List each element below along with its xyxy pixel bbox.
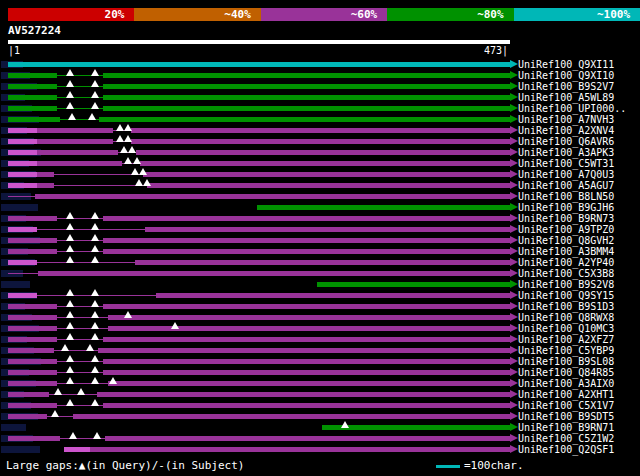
alignment-row[interactable]: UniRef100_A7Q0U3 [0,169,640,180]
alignment-bar-segment[interactable] [103,337,510,342]
alignment-bar-segment[interactable] [8,260,37,265]
hit-label[interactable]: UniRef100_A7NVH3 [518,114,614,125]
hit-label[interactable]: UniRef100_A5AGU7 [518,180,614,191]
alignment-bar-segment[interactable] [103,403,510,408]
alignment-bar-segment[interactable] [103,84,510,89]
hit-label[interactable]: UniRef100_A2YP40 [518,257,614,268]
alignment-row[interactable]: UniRef100_B9SDT5 [0,411,640,422]
alignment-bar-segment[interactable] [8,304,57,309]
alignment-row[interactable]: UniRef100_A7NVH3 [0,114,640,125]
alignment-bar-segment[interactable] [317,282,510,287]
hit-label[interactable]: UniRef100_C5YBP9 [518,345,614,356]
hit-label[interactable]: UniRef100_Q84R85 [518,367,614,378]
hit-label[interactable]: UniRef100_C5X3B8 [518,268,614,279]
alignment-bar-segment[interactable] [8,117,60,122]
hit-label[interactable]: UniRef100_B8LN50 [518,191,614,202]
alignment-row[interactable]: UniRef100_A2XFZ7 [0,334,640,345]
hit-label[interactable]: UniRef100_A9TPZ0 [518,224,614,235]
alignment-bar-segment[interactable] [57,317,108,318]
hit-label[interactable]: UniRef100_Q10MC3 [518,323,614,334]
alignment-bar-segment[interactable] [8,238,57,243]
hit-label[interactable]: UniRef100_B9SDT5 [518,411,614,422]
alignment-bar-segment[interactable] [103,73,510,78]
hit-label[interactable]: UniRef100_B9S2V8 [518,279,614,290]
alignment-bar-segment[interactable] [103,359,510,364]
alignment-bar-segment[interactable] [8,216,57,221]
alignment-bar-segment[interactable] [147,183,510,188]
hit-label[interactable]: UniRef100_Q8RWX8 [518,312,614,323]
alignment-row[interactable]: UniRef100_C5X1V7 [0,400,640,411]
alignment-bar-segment[interactable] [38,271,510,276]
alignment-bar-segment[interactable] [145,227,510,232]
alignment-bar-segment[interactable] [108,315,510,320]
alignment-row[interactable]: UniRef100_A5AGU7 [0,180,640,191]
alignment-bar-segment[interactable] [8,196,35,197]
alignment-bar-segment[interactable] [57,328,108,329]
alignment-bar-segment[interactable] [103,238,510,243]
hit-label[interactable]: UniRef100_A7Q0U3 [518,169,614,180]
alignment-bar-segment[interactable] [8,392,49,397]
alignment-bar-segment[interactable] [97,392,510,397]
alignment-bar-segment[interactable] [8,370,57,375]
alignment-bar-segment[interactable] [103,304,510,309]
alignment-bar-segment[interactable] [37,128,114,133]
alignment-bar-segment[interactable] [35,194,510,199]
alignment-bar-segment[interactable] [8,326,57,331]
alignment-bar-segment[interactable] [8,293,37,298]
hit-label[interactable]: UniRef100_A2XNV4 [518,125,614,136]
alignment-bar-segment[interactable] [37,262,135,263]
alignment-row[interactable]: UniRef100_C5WT31 [0,158,640,169]
alignment-bar-segment[interactable] [103,106,510,111]
alignment-bar-segment[interactable] [108,326,510,331]
hit-label[interactable]: UniRef100_Q6AVR6 [518,136,614,147]
hit-label[interactable]: UniRef100_UPI000.. [518,103,626,114]
alignment-bar-segment[interactable] [8,436,60,441]
alignment-bar-segment[interactable] [8,337,57,342]
alignment-bar-segment[interactable] [8,414,47,419]
hit-label[interactable]: UniRef100_Q9XI11 [518,59,614,70]
alignment-row[interactable]: UniRef100_A3AIX0 [0,378,640,389]
alignment-bar-segment[interactable] [8,95,57,100]
alignment-bar-segment[interactable] [257,205,510,210]
alignment-row[interactable]: UniRef100_Q2QSF1 [0,444,640,455]
hit-label[interactable]: UniRef100_A2XHT1 [518,389,614,400]
alignment-bar-segment[interactable] [8,161,37,166]
alignment-bar-segment[interactable] [103,216,510,221]
hit-label[interactable]: UniRef100_C5WT31 [518,158,614,169]
alignment-bar-segment[interactable] [108,381,510,386]
hit-label[interactable]: UniRef100_B9RN73 [518,213,614,224]
alignment-bar-segment[interactable] [140,161,510,166]
alignment-bar-segment[interactable] [8,62,510,67]
alignment-bar-segment[interactable] [8,403,57,408]
alignment-row[interactable]: UniRef100_A2YP40 [0,257,640,268]
hit-label[interactable]: UniRef100_A3APK3 [518,147,614,158]
hit-label[interactable]: UniRef100_B9S2V7 [518,81,614,92]
alignment-bar-segment[interactable] [131,139,510,144]
alignment-row[interactable]: UniRef100_A2XNV4 [0,125,640,136]
alignment-row[interactable]: UniRef100_C5X3B8 [0,268,640,279]
alignment-bar-segment[interactable] [37,161,122,166]
hit-label[interactable]: UniRef100_Q9XI10 [518,70,614,81]
hit-label[interactable]: UniRef100_C5Z1W2 [518,433,614,444]
alignment-bar-segment[interactable] [73,414,510,419]
alignment-bar-segment[interactable] [105,436,510,441]
alignment-bar-segment[interactable] [99,117,510,122]
hit-label[interactable]: UniRef100_A2XFZ7 [518,334,614,345]
alignment-bar-segment[interactable] [103,249,510,254]
alignment-bar-segment[interactable] [8,106,57,111]
alignment-bar-segment[interactable] [8,348,54,353]
alignment-bar-segment[interactable] [8,227,37,232]
alignment-bar-segment[interactable] [103,370,510,375]
alignment-bar-segment[interactable] [8,73,57,78]
alignment-bar-segment[interactable] [37,183,54,188]
alignment-bar-segment[interactable] [8,315,57,320]
alignment-bar-segment[interactable] [54,185,148,186]
hit-label[interactable]: UniRef100_C5X1V7 [518,400,614,411]
hit-label[interactable]: UniRef100_B9RN71 [518,422,614,433]
alignment-bar-segment[interactable] [156,293,510,298]
alignment-bar-segment[interactable] [37,139,114,144]
hit-label[interactable]: UniRef100_A5WL89 [518,92,614,103]
alignment-row[interactable]: UniRef100_C5Z1W2 [0,433,640,444]
hit-label[interactable]: UniRef100_B9SL08 [518,356,614,367]
hit-label[interactable]: UniRef100_Q8GVH2 [518,235,614,246]
